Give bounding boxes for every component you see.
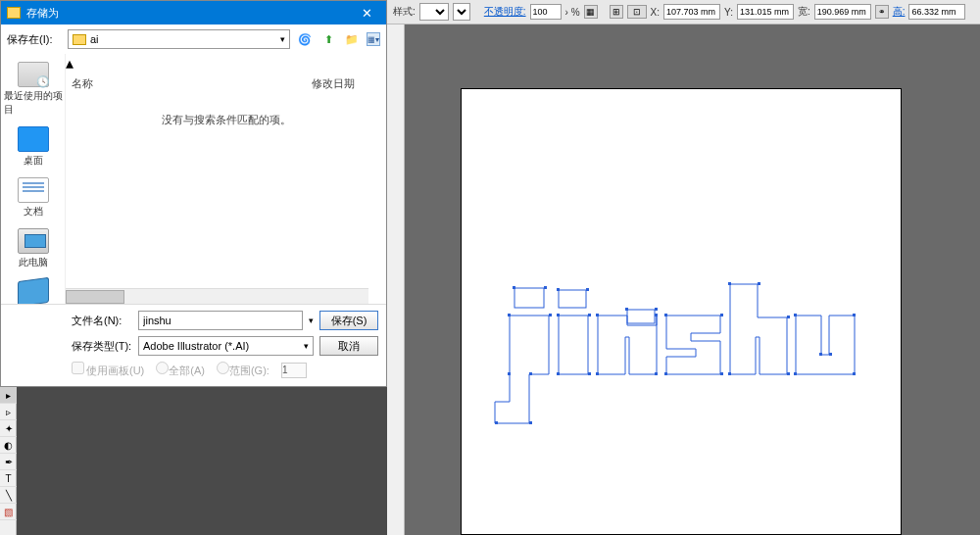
recent-icon	[18, 62, 49, 87]
tool-line[interactable]: ╲	[0, 487, 17, 504]
link-wh-icon[interactable]: ⚭	[875, 5, 889, 19]
place-network[interactable]: 网络	[4, 275, 63, 304]
horizontal-scrollbar[interactable]	[66, 288, 368, 304]
up-button[interactable]: ⬆	[319, 30, 337, 48]
svg-rect-15	[588, 314, 591, 316]
tool-type[interactable]: T	[0, 470, 17, 487]
doc-select[interactable]	[453, 3, 470, 21]
back-button[interactable]: 🌀	[296, 30, 314, 48]
place-documents[interactable]: 文档	[4, 173, 63, 222]
svg-rect-21	[655, 372, 658, 375]
file-list-header[interactable]: 名称 修改日期	[66, 73, 386, 95]
filetype-label: 保存类型(T):	[72, 339, 132, 354]
style-label: 样式:	[393, 5, 416, 19]
svg-rect-31	[787, 372, 790, 375]
empty-message: 没有与搜索条件匹配的项。	[66, 113, 386, 127]
anchor-icon[interactable]: ⊡	[627, 5, 647, 19]
filetype-select[interactable]: Adobe Illustrator (*.AI) ▾	[138, 336, 314, 356]
tool-shape[interactable]: ▧	[0, 504, 17, 520]
location-combobox[interactable]: ai ▾	[68, 29, 290, 49]
sort-indicator-icon: ▴	[66, 54, 386, 73]
svg-rect-24	[664, 314, 667, 316]
place-desktop[interactable]: 桌面	[4, 122, 63, 171]
svg-rect-5	[544, 286, 547, 289]
y-label: Y:	[724, 7, 733, 18]
dialog-bottom: 文件名(N): ▾ 保存(S) 保存类型(T): Adobe Illustrat…	[1, 304, 386, 386]
h-label[interactable]: 高:	[893, 5, 906, 19]
file-list[interactable]: ▴ 名称 修改日期 没有与搜索条件匹配的项。	[66, 54, 386, 304]
svg-rect-13	[586, 288, 589, 291]
close-button[interactable]: ✕	[353, 1, 380, 24]
svg-rect-23	[655, 308, 658, 311]
control-bar: 样式: 不透明度: › % ▦ ⊞ ⊡ X: Y: 宽: ⚭ 高:	[387, 0, 980, 24]
use-artboards-checkbox: 使用画板(U)	[72, 362, 144, 378]
place-label: 桌面	[24, 154, 43, 168]
artwork-jinshu[interactable]	[461, 88, 902, 535]
tool-lasso[interactable]: ◐	[0, 437, 17, 454]
filetype-value: Adobe Illustrator (*.AI)	[143, 340, 249, 352]
svg-rect-9	[529, 372, 532, 375]
style-select[interactable]	[419, 3, 449, 21]
places-bar: 最近使用的项目 桌面 文档 此电脑 网络	[1, 54, 66, 304]
svg-rect-1	[559, 290, 586, 308]
svg-rect-28	[728, 282, 731, 285]
column-date[interactable]: 修改日期	[312, 76, 380, 91]
folder-icon	[73, 34, 86, 45]
svg-rect-19	[655, 314, 658, 316]
svg-rect-8	[508, 372, 511, 375]
percent-unit: › %	[565, 7, 580, 18]
svg-rect-6	[508, 314, 511, 316]
opacity-input[interactable]	[530, 4, 562, 20]
cancel-button[interactable]: 取消	[319, 336, 378, 356]
documents-icon	[18, 177, 49, 203]
tool-selection[interactable]: ▸	[0, 387, 17, 404]
new-folder-button[interactable]: 📁	[343, 30, 361, 48]
svg-rect-36	[853, 372, 856, 375]
transform-icon[interactable]: ⊞	[610, 5, 623, 19]
tool-wand[interactable]: ✦	[0, 420, 17, 437]
svg-rect-17	[588, 372, 591, 375]
filename-input[interactable]	[138, 311, 303, 330]
save-in-label: 保存在(I):	[7, 32, 62, 47]
svg-rect-22	[625, 308, 628, 311]
svg-rect-26	[664, 372, 667, 375]
svg-rect-3	[627, 310, 655, 323]
view-menu[interactable]: ▦▾	[367, 32, 380, 46]
range-input	[281, 363, 307, 378]
svg-rect-11	[529, 421, 532, 424]
opacity-style-icon[interactable]: ▦	[584, 5, 598, 19]
dialog-titlebar[interactable]: 存储为 ✕	[1, 1, 386, 24]
svg-rect-34	[853, 314, 856, 316]
tools-panel: ▸ ▹ ✦ ◐ ✒ T ╲ ▧	[0, 387, 17, 535]
svg-rect-0	[514, 288, 544, 308]
y-input[interactable]	[737, 4, 794, 20]
tool-pen[interactable]: ✒	[0, 454, 17, 470]
h-input[interactable]	[908, 4, 965, 20]
opacity-label[interactable]: 不透明度:	[484, 5, 526, 19]
svg-rect-25	[720, 314, 723, 316]
svg-rect-10	[495, 421, 498, 424]
dialog-title-text: 存储为	[26, 6, 59, 21]
chevron-down-icon: ▾	[280, 34, 285, 44]
w-input[interactable]	[814, 4, 871, 20]
save-button[interactable]: 保存(S)	[319, 311, 378, 330]
svg-rect-14	[557, 314, 560, 316]
place-label: 此电脑	[19, 256, 48, 269]
folder-icon	[7, 7, 21, 19]
svg-rect-29	[758, 282, 760, 285]
place-label: 文档	[24, 205, 43, 219]
scrollbar-thumb[interactable]	[66, 290, 124, 304]
svg-rect-33	[794, 314, 797, 316]
svg-rect-4	[513, 286, 515, 289]
network-icon	[18, 277, 49, 304]
x-input[interactable]	[663, 4, 720, 20]
x-label: X:	[651, 7, 660, 18]
filename-label: 文件名(N):	[72, 314, 132, 328]
svg-rect-30	[728, 372, 731, 375]
tool-direct-select[interactable]: ▹	[0, 404, 17, 420]
column-name[interactable]: 名称	[72, 76, 312, 91]
place-recent[interactable]: 最近使用的项目	[4, 58, 63, 121]
place-this-pc[interactable]: 此电脑	[4, 224, 63, 273]
svg-rect-12	[557, 288, 560, 291]
range-radio: 范围(G):	[217, 362, 270, 378]
